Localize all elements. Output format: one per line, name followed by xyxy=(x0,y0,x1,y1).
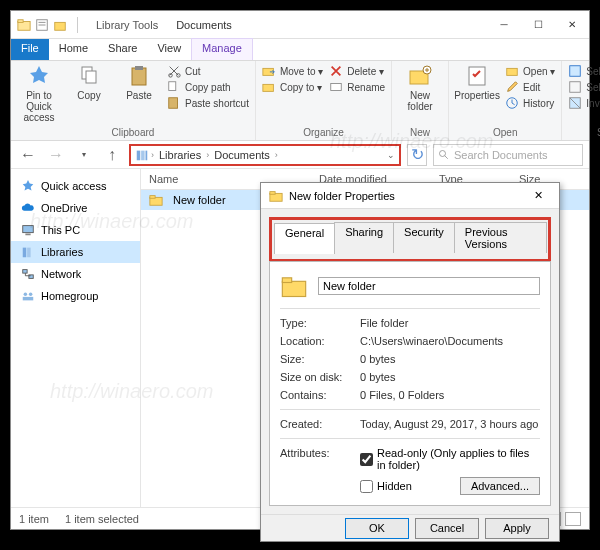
pc-icon xyxy=(21,223,35,237)
breadcrumb-documents[interactable]: Documents xyxy=(211,149,273,161)
forward-button[interactable]: → xyxy=(45,144,67,166)
open-button[interactable]: Open ▾ xyxy=(505,64,555,78)
nav-libraries[interactable]: Libraries xyxy=(11,241,140,263)
svg-rect-22 xyxy=(570,66,581,77)
group-label-organize: Organize xyxy=(262,126,385,138)
cloud-icon xyxy=(21,201,35,215)
chevron-right-icon[interactable]: › xyxy=(151,150,154,160)
paste-shortcut-button[interactable]: Paste shortcut xyxy=(167,96,249,110)
size-value: 0 bytes xyxy=(360,353,395,365)
chevron-right-icon[interactable]: › xyxy=(206,150,209,160)
history-button[interactable]: History xyxy=(505,96,555,110)
window-controls: ─ ☐ ✕ xyxy=(487,11,589,39)
apply-button[interactable]: Apply xyxy=(485,518,549,539)
tab-manage[interactable]: Manage xyxy=(191,38,253,60)
nav-homegroup[interactable]: Homegroup xyxy=(11,285,140,307)
ribbon-group-organize: Move to ▾ Copy to ▾ Delete ▾ Rename Orga… xyxy=(256,61,392,140)
advanced-button[interactable]: Advanced... xyxy=(460,477,540,495)
separator xyxy=(280,438,540,439)
breadcrumb-dropdown[interactable]: ⌄ xyxy=(387,150,395,160)
dialog-close-button[interactable]: ✕ xyxy=(525,183,551,209)
tab-sharing[interactable]: Sharing xyxy=(334,222,394,253)
tab-home[interactable]: Home xyxy=(49,39,98,60)
recent-locations-button[interactable]: ▾ xyxy=(73,144,95,166)
delete-button[interactable]: Delete ▾ xyxy=(329,64,385,78)
libraries-icon xyxy=(135,148,149,162)
hidden-checkbox[interactable]: Hidden xyxy=(360,480,412,493)
separator xyxy=(280,409,540,410)
dialog-buttons: OK Cancel Apply xyxy=(261,514,559,541)
svg-rect-13 xyxy=(169,98,178,109)
copy-icon xyxy=(77,64,101,88)
ribbon: Pin to Quick access Copy Paste Cut Copy … xyxy=(11,61,589,141)
general-panel: Type:File folder Location:C:\Users\winae… xyxy=(269,261,551,506)
selectall-icon xyxy=(568,64,582,78)
maximize-button[interactable]: ☐ xyxy=(521,11,555,39)
refresh-button[interactable]: ↻ xyxy=(407,144,427,166)
name-row xyxy=(280,272,540,300)
invert-selection-button[interactable]: Invert selection xyxy=(568,96,600,110)
breadcrumb[interactable]: › Libraries › Documents › ⌄ xyxy=(129,144,401,166)
tab-previous-versions[interactable]: Previous Versions xyxy=(454,222,547,253)
cut-button[interactable]: Cut xyxy=(167,64,249,78)
qat-newfolder-icon[interactable] xyxy=(53,18,67,32)
nav-onedrive[interactable]: OneDrive xyxy=(11,197,140,219)
icons-view-button[interactable] xyxy=(565,512,581,526)
paste-label: Paste xyxy=(126,90,152,101)
edit-icon xyxy=(505,80,519,94)
group-label-open: Open xyxy=(455,126,555,138)
nav-this-pc[interactable]: This PC xyxy=(11,219,140,241)
select-all-button[interactable]: Select all xyxy=(568,64,600,78)
readonly-checkbox[interactable]: Read-only (Only applies to files in fold… xyxy=(360,447,540,471)
address-toolbar: ← → ▾ ↑ › Libraries › Documents › ⌄ ↻ Se… xyxy=(11,141,589,169)
cancel-button[interactable]: Cancel xyxy=(415,518,479,539)
svg-rect-41 xyxy=(270,191,275,194)
copypath-icon xyxy=(167,80,181,94)
tab-general[interactable]: General xyxy=(274,223,335,254)
copy-button[interactable]: Copy xyxy=(67,64,111,101)
libraries-icon xyxy=(21,245,35,259)
properties-dialog: New folder Properties ✕ General Sharing … xyxy=(260,182,560,542)
tab-security[interactable]: Security xyxy=(393,222,455,253)
move-to-button[interactable]: Move to ▾ xyxy=(262,64,323,78)
group-label-clipboard: Clipboard xyxy=(17,126,249,138)
svg-rect-43 xyxy=(282,278,291,283)
window-title: Documents xyxy=(176,19,232,31)
created-label: Created: xyxy=(280,418,352,430)
group-label-new: New xyxy=(398,126,442,138)
svg-rect-15 xyxy=(263,84,274,91)
folder-name-input[interactable] xyxy=(318,277,540,295)
chevron-right-icon[interactable]: › xyxy=(275,150,278,160)
copyto-icon xyxy=(262,80,276,94)
back-button[interactable]: ← xyxy=(17,144,39,166)
folder-icon xyxy=(269,189,283,203)
history-icon xyxy=(505,96,519,110)
svg-rect-20 xyxy=(507,68,518,75)
edit-button[interactable]: Edit xyxy=(505,80,555,94)
nav-quick-access[interactable]: Quick access xyxy=(11,175,140,197)
newfolder-icon xyxy=(408,64,432,88)
select-none-button[interactable]: Select none xyxy=(568,80,600,94)
svg-rect-37 xyxy=(23,297,34,301)
nav-network[interactable]: Network xyxy=(11,263,140,285)
breadcrumb-libraries[interactable]: Libraries xyxy=(156,149,204,161)
tab-view[interactable]: View xyxy=(147,39,191,60)
search-box[interactable]: Search Documents xyxy=(433,144,583,166)
svg-rect-27 xyxy=(146,150,148,160)
paste-button[interactable]: Paste xyxy=(117,64,161,101)
tab-file[interactable]: File xyxy=(11,39,49,60)
tab-share[interactable]: Share xyxy=(98,39,147,60)
ribbon-group-clipboard: Pin to Quick access Copy Paste Cut Copy … xyxy=(11,61,256,140)
copy-path-button[interactable]: Copy path xyxy=(167,80,249,94)
pin-quick-access-button[interactable]: Pin to Quick access xyxy=(17,64,61,123)
close-button[interactable]: ✕ xyxy=(555,11,589,39)
copy-to-button[interactable]: Copy to ▾ xyxy=(262,80,323,94)
qat-properties-icon[interactable] xyxy=(35,18,49,32)
properties-button[interactable]: Properties xyxy=(455,64,499,101)
minimize-button[interactable]: ─ xyxy=(487,11,521,39)
svg-rect-9 xyxy=(135,66,143,70)
new-folder-button[interactable]: New folder xyxy=(398,64,442,112)
rename-button[interactable]: Rename xyxy=(329,80,385,94)
up-button[interactable]: ↑ xyxy=(101,144,123,166)
ok-button[interactable]: OK xyxy=(345,518,409,539)
